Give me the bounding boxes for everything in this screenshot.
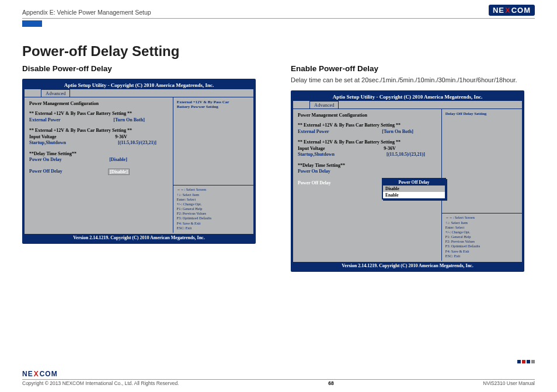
- help2-l4: +/-: Change Opt.: [445, 230, 518, 235]
- enable-description: Delay time can be set at 20sec./1min./5m…: [291, 76, 535, 83]
- startup-value[interactable]: [(11.5,10.5)/(23,21)]: [118, 140, 156, 145]
- ext-power-label-2[interactable]: External Power: [298, 129, 329, 134]
- power-on-delay-label[interactable]: Power On Delay: [29, 157, 62, 162]
- startup-label[interactable]: Startup,Shutdown: [29, 140, 66, 145]
- footer-rule: [22, 379, 535, 380]
- bios-side-panel: External +12V & By Pass Car Battery Poww…: [173, 97, 253, 233]
- heading-enable: Enable Power-off Delay: [291, 64, 535, 73]
- input-voltage-label: Input Voltage: [29, 134, 56, 139]
- input-voltage-label-2: Input Voltage: [298, 146, 325, 151]
- bios-tabs: Advanced: [25, 89, 253, 97]
- pm-heading: Power Management Configuration: [29, 101, 168, 106]
- column-enable: Enable Power-off Delay Delay time can be…: [291, 64, 535, 272]
- bios-body-2: Power Management Configuration ** Extern…: [293, 108, 522, 261]
- bios-footer: Version 2.14.1219. Copyright (C) 2010 Am…: [25, 233, 253, 242]
- bios-tabs-2: Advanced: [293, 101, 522, 108]
- content-columns: Disable Power-off Delay Aptio Setup Util…: [22, 64, 535, 272]
- doc-name: NViS2310 User Manual: [483, 380, 535, 386]
- header-rule: [22, 18, 535, 19]
- help-l7: F3: Optimized Defaults: [177, 216, 250, 220]
- key-help: →←: Select Screen ↑↓: Select Item Enter:…: [177, 187, 250, 230]
- side-hint-2-l1: Delay Off Delay Setting: [445, 111, 518, 116]
- help-l9: ESC: Exit: [177, 226, 250, 230]
- deco-square-icon: [527, 360, 530, 363]
- help-l4: +/-: Change Opt.: [177, 202, 250, 206]
- side-hint-2: Delay Off Delay Setting: [445, 111, 518, 116]
- footer-logo-post: COM: [40, 370, 58, 378]
- header-tab-decoration: [22, 20, 42, 27]
- power-on-delay-label-2[interactable]: Power On Delay: [298, 169, 330, 174]
- ext-power-value[interactable]: [Turn On Both]: [113, 117, 145, 123]
- deco-square-icon: [517, 360, 521, 363]
- help-l8: F4: Save & Exit: [177, 221, 250, 226]
- side-separator-2: [442, 213, 522, 214]
- ext-power-label[interactable]: External Power: [29, 117, 61, 123]
- column-disable: Disable Power-off Delay Aptio Setup Util…: [22, 64, 266, 272]
- footer-logo-x-icon: X: [33, 370, 40, 378]
- power-on-delay-value[interactable]: [Disable]: [109, 157, 127, 162]
- side-hint-l2: Battery Powwer Setting: [177, 104, 250, 109]
- help-l2: ↑↓: Select Item: [177, 192, 250, 197]
- key-help-2: →←: Select Screen ↑↓: Select Item Enter:…: [445, 215, 518, 258]
- logo-post: COM: [511, 6, 531, 15]
- bios-window-disable: Aptio Setup Utility - Copyright (C) 2010…: [22, 79, 256, 244]
- page-title: Power-off Delay Setting: [22, 43, 535, 60]
- help2-l3: Enter: Select: [445, 225, 518, 230]
- page-footer: NEXCOM Copyright © 2013 NEXCOM Internati…: [22, 368, 535, 386]
- footer-row: Copyright © 2013 NEXCOM International Co…: [22, 380, 535, 386]
- delay-heading-2: **Delay Time Setting**: [298, 163, 437, 168]
- startup-label-2[interactable]: Startup,Shutdown: [298, 152, 335, 157]
- help2-l2: ↑↓: Select Item: [445, 220, 518, 225]
- side-separator: [173, 185, 253, 186]
- help2-l1: →←: Select Screen: [445, 215, 518, 220]
- breadcrumb: Appendix E: Vehicle Power Management Set…: [22, 9, 151, 16]
- help2-l9: ESC: Exit: [445, 254, 518, 258]
- power-off-delay-popup: Power Off Delay Disable Enable: [382, 178, 446, 200]
- popup-option-disable[interactable]: Disable: [383, 186, 445, 192]
- bios-title-2: Aptio Setup Utility - Copyright (C) 2010…: [293, 93, 522, 101]
- section1-2: ** External +12V & By Pass Car Battery S…: [298, 123, 437, 128]
- pm-heading-2: Power Management Configuration: [298, 113, 437, 118]
- deco-square-icon: [522, 360, 525, 363]
- delay-heading: **Delay Time Setting**: [29, 151, 168, 156]
- help2-l5: F1: General Help: [445, 235, 518, 239]
- help2-l7: F3: Optimized Defaults: [445, 244, 518, 249]
- logo-pre: NE: [493, 6, 504, 15]
- page-number: 68: [328, 380, 333, 386]
- startup-value-2[interactable]: [(11.5,10.5)/(23,21)]: [387, 152, 425, 157]
- popup-title: Power Off Delay: [383, 179, 445, 186]
- section2-2: ** External +12V & By Pass Car Battery S…: [298, 139, 437, 145]
- logo-x-icon: X: [504, 6, 511, 15]
- tab-advanced-2[interactable]: Advanced: [309, 101, 339, 108]
- power-off-delay-label[interactable]: Power Off Delay: [29, 169, 62, 175]
- help-l1: →←: Select Screen: [177, 187, 250, 192]
- input-voltage-value: 9-36V: [115, 134, 127, 139]
- footer-brand-logo: NEXCOM: [22, 370, 58, 379]
- help2-l6: F2: Previous Values: [445, 239, 518, 244]
- bios-footer-2: Version 2.14.1219. Copyright (C) 2010 Am…: [293, 261, 522, 270]
- help2-l8: F4: Save & Exit: [445, 249, 518, 254]
- footer-copyright: Copyright © 2013 NEXCOM International Co…: [22, 380, 179, 386]
- section1: ** External +12V & By Pass Car Battery S…: [29, 111, 168, 116]
- section2: ** External +12V & By Pass Car Battery S…: [29, 128, 168, 133]
- heading-disable: Disable Power-off Delay: [22, 64, 266, 73]
- power-off-delay-value-selected[interactable]: [Disable]: [108, 169, 130, 175]
- popup-option-enable[interactable]: Enable: [383, 192, 445, 198]
- input-voltage-value-2: 9-36V: [384, 146, 395, 151]
- bios-main-panel-2: Power Management Configuration ** Extern…: [293, 109, 442, 261]
- bios-body: Power Management Configuration ** Extern…: [25, 97, 253, 233]
- help-l3: Enter: Select: [177, 197, 250, 202]
- footer-decoration: [517, 360, 535, 363]
- bios-window-enable: Aptio Setup Utility - Copyright (C) 2010…: [291, 90, 524, 272]
- page-header: Appendix E: Vehicle Power Management Set…: [22, 5, 535, 17]
- bios-title: Aptio Setup Utility - Copyright (C) 2010…: [25, 81, 253, 89]
- tab-advanced[interactable]: Advanced: [41, 89, 70, 97]
- footer-logo-pre: NE: [22, 370, 33, 378]
- side-hint: External +12V & By Pass Car Battery Poww…: [177, 100, 250, 110]
- bios-side-panel-2: Delay Off Delay Setting →←: Select Scree…: [442, 109, 522, 261]
- bios-main-panel: Power Management Configuration ** Extern…: [25, 97, 173, 233]
- power-off-delay-label-2[interactable]: Power Off Delay: [298, 180, 331, 186]
- help-l5: F1: General Help: [177, 206, 250, 211]
- ext-power-value-2[interactable]: [Turn On Both]: [382, 129, 413, 134]
- help-l6: F2: Previous Values: [177, 211, 250, 216]
